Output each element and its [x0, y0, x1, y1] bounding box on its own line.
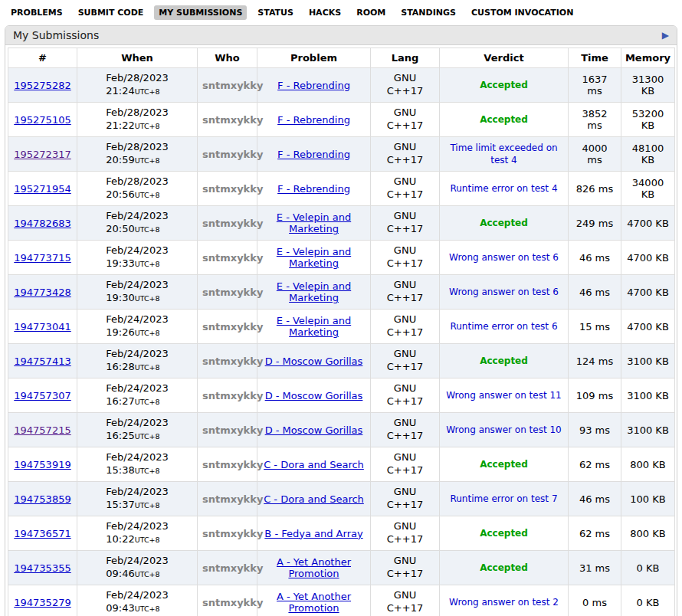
submission-lang: GNU C++17 — [386, 106, 425, 133]
table-header-row: # When Who Problem Lang Verdict Time Mem… — [8, 48, 675, 68]
user-link[interactable]: sntmxykky — [202, 597, 263, 608]
exec-time-text: 31 ms — [579, 562, 610, 574]
exec-time-text: 109 ms — [576, 390, 613, 401]
nav-item-my-submissions[interactable]: MY SUBMISSIONS — [154, 5, 247, 20]
problem-link[interactable]: A - Yet Another Promotion — [277, 591, 351, 614]
submission-exec-time-cell: 3852 ms — [569, 103, 621, 137]
user-link[interactable]: sntmxykky — [202, 183, 263, 195]
problem-link[interactable]: D - Moscow Gorillas — [265, 424, 363, 436]
submission-id-link[interactable]: 194735355 — [14, 562, 70, 574]
submission-memory-cell: 34000 KB — [621, 172, 675, 206]
user-link[interactable]: sntmxykky — [202, 390, 263, 401]
submission-problem-cell: A - Yet Another Promotion — [257, 551, 371, 585]
nav-item-problems[interactable]: PROBLEMS — [6, 5, 67, 20]
problem-link[interactable]: F - Rebrending — [277, 80, 350, 91]
submission-id-cell: 195275282 — [8, 68, 77, 103]
col-header-lang: Lang — [371, 48, 440, 68]
submission-id-link[interactable]: 194757215 — [14, 424, 70, 436]
col-header-when: When — [77, 48, 198, 68]
user-link[interactable]: sntmxykky — [202, 321, 263, 333]
nav-item-room[interactable]: ROOM — [352, 5, 390, 20]
table-row: 194735279 Feb/24/2023 09:43UTC+8 sntmxyk… — [8, 585, 675, 616]
submission-when-cell: Feb/24/2023 19:30UTC+8 — [77, 275, 198, 310]
exec-time-text: 15 ms — [579, 321, 610, 333]
problem-link[interactable]: E - Velepin and Marketing — [277, 246, 351, 269]
submission-problem-cell: E - Velepin and Marketing — [257, 206, 371, 241]
problem-link[interactable]: F - Rebrending — [277, 149, 350, 160]
problem-link[interactable]: B - Fedya and Array — [264, 528, 362, 539]
user-link[interactable]: sntmxykky — [202, 562, 263, 574]
submission-timezone: UTC+8 — [135, 605, 160, 613]
submission-id-link[interactable]: 194773715 — [14, 252, 70, 264]
submission-id-link[interactable]: 194735279 — [14, 597, 70, 608]
submission-id-link[interactable]: 195275105 — [14, 114, 70, 126]
submission-lang: GNU C++17 — [386, 555, 425, 581]
submission-lang: GNU C++17 — [386, 451, 425, 477]
nav-item-standings[interactable]: STANDINGS — [396, 5, 461, 20]
table-row: 194773428 Feb/24/2023 19:30UTC+8 sntmxyk… — [8, 275, 675, 310]
nav-item-custom-invocation[interactable]: CUSTOM INVOCATION — [467, 5, 578, 20]
nav-item-status[interactable]: STATUS — [253, 5, 298, 20]
nav-item-hacks[interactable]: HACKS — [304, 5, 346, 20]
user-link[interactable]: sntmxykky — [202, 218, 263, 229]
submission-timezone: UTC+8 — [135, 467, 160, 475]
problem-link[interactable]: F - Rebrending — [277, 183, 350, 195]
user-link[interactable]: sntmxykky — [202, 149, 263, 160]
submission-problem-cell: F - Rebrending — [257, 68, 371, 103]
submission-who-cell: sntmxykky — [198, 413, 257, 447]
submission-date: Feb/24/2023 — [106, 210, 168, 221]
submission-id-link[interactable]: 194773428 — [14, 287, 70, 298]
submission-id-link[interactable]: 195275282 — [14, 80, 70, 91]
table-row: 194757413 Feb/24/2023 16:28UTC+8 sntmxyk… — [8, 344, 675, 378]
submission-id-link[interactable]: 194782683 — [14, 218, 70, 229]
submission-lang-cell: GNU C++17 — [371, 516, 440, 551]
problem-link[interactable]: D - Moscow Gorillas — [265, 390, 363, 401]
problem-link[interactable]: A - Yet Another Promotion — [277, 556, 351, 579]
submission-time-of-day: 16:25 — [106, 430, 134, 441]
user-link[interactable]: sntmxykky — [202, 356, 263, 367]
submission-lang-cell: GNU C++17 — [371, 585, 440, 616]
exec-time-text: 46 ms — [579, 493, 610, 505]
problem-link[interactable]: C - Dora and Search — [264, 459, 364, 470]
submission-timezone: UTC+8 — [135, 536, 160, 544]
submission-id-cell: 194735355 — [8, 551, 77, 585]
nav-item-submit-code[interactable]: SUBMIT CODE — [74, 5, 149, 20]
submission-lang-cell: GNU C++17 — [371, 206, 440, 241]
user-link[interactable]: sntmxykky — [202, 287, 263, 298]
submission-id-link[interactable]: 195272317 — [14, 149, 70, 160]
submission-id-link[interactable]: 194753919 — [14, 459, 70, 470]
submission-date: Feb/28/2023 — [106, 141, 168, 152]
submission-time-of-day: 10:22 — [106, 533, 134, 545]
expand-arrow-icon[interactable]: ▶ — [662, 31, 669, 40]
user-link[interactable]: sntmxykky — [202, 459, 263, 470]
submission-id-link[interactable]: 194757413 — [14, 356, 70, 367]
submission-exec-time-cell: 826 ms — [569, 172, 621, 206]
submission-id-link[interactable]: 194736571 — [14, 528, 70, 539]
submission-lang: GNU C++17 — [386, 279, 425, 305]
exec-time-text: 62 ms — [579, 528, 610, 539]
submission-id-link[interactable]: 194773041 — [14, 321, 70, 333]
submissions-table-body: 195275282 Feb/28/2023 21:24UTC+8 sntmxyk… — [8, 68, 675, 616]
user-link[interactable]: sntmxykky — [202, 114, 263, 126]
submission-who-cell: sntmxykky — [198, 275, 257, 310]
problem-link[interactable]: E - Velepin and Marketing — [277, 280, 351, 303]
table-row: 195275105 Feb/28/2023 21:22UTC+8 sntmxyk… — [8, 103, 675, 137]
user-link[interactable]: sntmxykky — [202, 424, 263, 436]
submission-id-link[interactable]: 195271954 — [14, 183, 70, 195]
problem-link[interactable]: E - Velepin and Marketing — [277, 211, 351, 234]
submission-memory-cell: 800 KB — [621, 516, 675, 551]
submission-lang-cell: GNU C++17 — [371, 137, 440, 172]
problem-link[interactable]: E - Velepin and Marketing — [277, 315, 351, 338]
exec-time-text: 0 ms — [582, 597, 607, 608]
user-link[interactable]: sntmxykky — [202, 493, 263, 505]
problem-link[interactable]: F - Rebrending — [277, 114, 350, 126]
submission-lang-cell: GNU C++17 — [371, 413, 440, 447]
submission-problem-cell: F - Rebrending — [257, 172, 371, 206]
problem-link[interactable]: C - Dora and Search — [264, 493, 364, 505]
user-link[interactable]: sntmxykky — [202, 80, 263, 91]
user-link[interactable]: sntmxykky — [202, 252, 263, 264]
submission-id-link[interactable]: 194753859 — [14, 493, 70, 505]
submission-id-link[interactable]: 194757307 — [14, 390, 70, 401]
user-link[interactable]: sntmxykky — [202, 528, 263, 539]
problem-link[interactable]: D - Moscow Gorillas — [265, 356, 363, 367]
